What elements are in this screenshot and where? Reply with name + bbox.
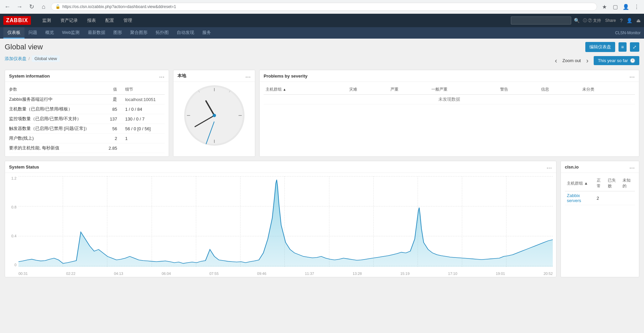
table-row: 触发器数量（已启用/已禁用 [问题/正常]） 56 56 / 0 [0 / 56… [9,124,165,134]
row-2-param: 监控项数量（已启用/已禁用/不支持） [9,114,107,124]
page-content: Global view 编辑仪表盘 ≡ ⤢ 添加仪表盘 / Global vie… [0,39,644,333]
user-icon[interactable]: 👤 [627,18,632,23]
bottom-widget-row: System Status ... 1.2 0.8 0.4 0 [5,161,639,277]
clsn-col-normal: 正常 [595,176,606,191]
no-data-row: 未发现数据 [264,95,635,104]
subnav-discovery[interactable]: 自动发现 [173,27,198,39]
tick-11 [198,91,200,93]
clsn-header: clsn.io ... [561,161,639,173]
address-bar[interactable]: 🔓 https://os.clsn.io/zabbix.php?action=d… [51,3,597,11]
col-hostgroup[interactable]: 主机群组 ▲ [264,85,347,95]
system-info-header: System information ... [5,70,169,82]
system-info-title: System information [9,74,50,79]
clock-menu[interactable]: ... [246,73,251,79]
clsn-table: 主机群组 ▲ 正常 已失败 未知的 Zabbix servers 2 [565,176,635,205]
list-view-button[interactable]: ≡ [619,42,627,52]
prev-button[interactable]: ‹ [552,55,560,66]
subnav-graphs[interactable]: 图形 [109,27,126,39]
topnav-reports[interactable]: 报表 [83,14,101,27]
subnav-services[interactable]: 服务 [198,27,215,39]
share-button[interactable]: Share [605,18,616,23]
extensions-button[interactable]: ▢ [610,2,620,11]
problems-title: Problems by severity [264,74,308,79]
row-3-detail: 56 / 0 [0 / 56] [118,124,165,134]
row-5-value: 2.85 [107,143,118,153]
next-button[interactable]: › [584,55,591,66]
forward-button[interactable]: → [15,2,24,11]
this-year-button[interactable]: This year so far 🕐 [594,56,639,65]
problems-widget: Problems by severity ... 主机群组 ▲ 灾难 严重 一般 [259,70,639,157]
system-info-body: 参数 值 细节 Zabbix服务器端运行中 是 localhost:10051 … [5,82,169,156]
subnav-screens[interactable]: 聚合图形 [126,27,152,39]
breadcrumb-home[interactable]: 添加仪表盘 [5,56,26,62]
system-status-header: System Status ... [5,161,556,173]
page-header-left: Global view [5,43,585,51]
home-button[interactable]: ⌂ [39,2,48,11]
sort-arrow: ▲ [283,88,286,91]
help-icon[interactable]: ? [620,18,623,23]
top-navigation: ZABBIX 监测 资产记录 报表 配置 管理 🔍 ⓘ ⑦ 支持 Share ?… [0,14,644,27]
expand-button[interactable]: ⤢ [630,42,639,52]
subnav-topology[interactable]: 拓扑图 [152,27,173,39]
topnav-admin[interactable]: 管理 [119,14,137,27]
table-row: Zabbix服务器端运行中 是 localhost:10051 [9,95,165,104]
subnav-problems[interactable]: 问题 [24,27,41,39]
system-status-menu[interactable]: ... [547,164,552,170]
y-label-0: 1.2 [5,176,16,180]
tick-6 [214,140,215,143]
problems-body: 主机群组 ▲ 灾难 严重 一般严重 警告 信息 未分类 [260,82,639,108]
subnav-latest[interactable]: 最新数据 [84,27,109,39]
zabbix-servers-link[interactable]: Zabbix servers [567,193,581,203]
row-4-detail: 1 [118,134,165,143]
clsn-menu[interactable]: ... [630,164,635,170]
topnav-assets[interactable]: 资产记录 [56,14,83,27]
system-info-widget: System information ... 参数 值 细节 Zabbix服务器… [5,70,169,157]
clock-header: 本地 ... [173,70,255,82]
top-widget-row: System information ... 参数 值 细节 Zabbix服务器… [5,70,639,157]
power-icon[interactable]: ⏏ [636,18,641,23]
table-row: 用户数(线上) 2 1 [9,134,165,143]
more-button[interactable]: ⋮ [632,2,641,11]
x-label-0: 00:31 [18,272,28,276]
topnav-config[interactable]: 配置 [101,14,119,27]
support-icon: ⓘ [583,18,587,23]
support-button[interactable]: ⓘ ⑦ 支持 [583,18,601,23]
row-3-value: 56 [107,124,118,134]
col-disaster: 灾难 [347,85,388,95]
problems-table: 主机群组 ▲ 灾难 严重 一般严重 警告 信息 未分类 [264,85,635,104]
clsn-col-unknown: 未知的 [621,176,635,191]
row-2-detail: 130 / 0 / 7 [118,114,165,124]
table-row: 要求的主机性能, 每秒新值 2.85 [9,143,165,153]
star-button[interactable]: ★ [600,2,609,11]
system-info-table: 参数 值 细节 Zabbix服务器端运行中 是 localhost:10051 … [9,85,165,153]
back-button[interactable]: ← [3,2,12,11]
subnav-web[interactable]: Web监测 [58,27,84,39]
table-row: 主机数量（已启用/已禁用/模板） 85 1 / 0 / 84 [9,104,165,114]
row-0-detail: localhost:10051 [118,95,165,104]
problems-menu[interactable]: ... [630,73,635,79]
x-labels: 00:31 02:22 04:13 06:04 07:55 09:46 11:3… [18,272,553,276]
system-status-title: System Status [9,164,39,170]
row-0-value: 是 [107,95,118,104]
problems-header: Problems by severity ... [260,70,639,82]
y-label-1: 0.8 [5,205,16,209]
col-param-header: 参数 [9,85,107,95]
clsn-sort-arrow: ▲ [584,181,588,186]
row-5-detail [118,143,165,153]
chart-area: 1.2 0.8 0.4 0 [5,173,556,277]
zoom-out-label: Zoom out [562,58,581,63]
edit-dashboard-button[interactable]: 编辑仪表盘 [585,42,615,52]
no-data-text: 未发现数据 [264,95,635,104]
subnav-overview[interactable]: 概览 [41,27,58,39]
account-button[interactable]: 👤 [621,2,631,11]
search-input[interactable] [511,16,571,25]
y-label-3: 0 [5,263,16,267]
subnav-dashboard[interactable]: 仪表板 [3,27,24,39]
col-value-header: 值 [107,85,118,95]
col-info: 信息 [539,85,580,95]
system-info-menu[interactable]: ... [159,73,165,79]
browser-toolbar: ← → ↻ ⌂ 🔓 https://os.clsn.io/zabbix.php?… [0,0,644,13]
reload-button[interactable]: ↻ [27,2,36,11]
topnav-monitor[interactable]: 监测 [38,14,56,27]
top-search: 🔍 [511,16,580,25]
